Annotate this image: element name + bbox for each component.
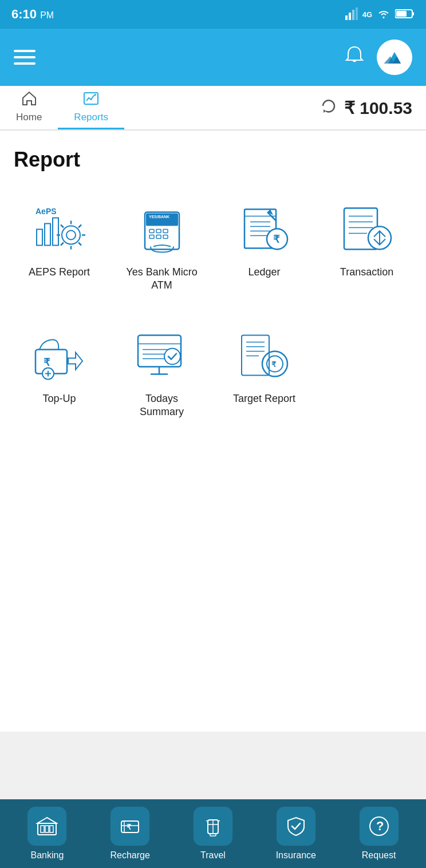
todays-summary-label: Todays Summary (122, 392, 202, 419)
report-item-target-report[interactable]: ₹ Target Report (219, 315, 310, 431)
balance-section: ₹ 100.53 (124, 86, 426, 129)
refresh-balance-icon[interactable] (320, 97, 337, 119)
svg-rect-34 (156, 235, 161, 238)
yes-bank-label: Yes Bank Micro ATM (122, 266, 202, 293)
svg-rect-35 (163, 235, 168, 238)
travel-icon (194, 807, 232, 846)
svg-rect-78 (41, 826, 44, 833)
banking-label: Banking (30, 850, 64, 861)
insurance-icon (277, 807, 315, 846)
svg-marker-77 (37, 818, 57, 823)
tab-reports[interactable]: Reports (58, 86, 124, 129)
svg-marker-0 (345, 15, 348, 20)
svg-line-22 (61, 224, 64, 227)
report-item-aeps[interactable]: AePS AEPS Report (14, 189, 105, 304)
svg-rect-31 (156, 229, 161, 232)
svg-marker-12 (324, 109, 326, 113)
svg-rect-79 (45, 826, 49, 833)
report-item-yes-bank[interactable]: YES/BANK Yes Bank Micro ATM (116, 189, 207, 304)
todays-summary-icon (131, 327, 194, 384)
svg-line-23 (78, 242, 81, 245)
svg-text:₹: ₹ (273, 233, 280, 244)
status-time: 6:10 PM (11, 7, 54, 22)
reports-icon (83, 90, 99, 109)
svg-line-25 (61, 242, 64, 245)
tab-home-label: Home (16, 112, 42, 123)
report-item-todays-summary[interactable]: Todays Summary (116, 315, 207, 431)
svg-text:₹: ₹ (127, 823, 132, 831)
svg-rect-5 (396, 11, 407, 17)
topup-label: Top-Up (42, 392, 76, 405)
ledger-label: Ledger (248, 266, 280, 279)
svg-marker-2 (352, 10, 354, 20)
recharge-icon: ₹ (111, 807, 149, 846)
svg-point-16 (62, 226, 80, 244)
tab-home[interactable]: Home (0, 86, 58, 129)
yes-bank-icon: YES/BANK (131, 200, 194, 258)
travel-label: Travel (200, 850, 226, 861)
app-header (0, 29, 426, 86)
report-item-transaction[interactable]: Transaction (321, 189, 412, 304)
nav-tabs-bar: Home Reports ₹ 100.53 (0, 86, 426, 131)
svg-rect-32 (163, 229, 168, 232)
balance-amount: ₹ 100.53 (344, 98, 412, 118)
svg-rect-88 (210, 834, 216, 836)
svg-rect-30 (149, 229, 154, 232)
svg-text:YES/BANK: YES/BANK (149, 214, 169, 218)
transaction-icon (336, 200, 399, 258)
svg-point-63 (164, 349, 180, 365)
report-grid: AePS AEPS Report YES/BANK (14, 189, 412, 431)
svg-rect-15 (53, 218, 58, 245)
report-item-ledger[interactable]: ₹ Ledger (219, 189, 310, 304)
status-bar: 6:10 PM 4G (0, 0, 426, 29)
header-right (344, 40, 412, 75)
user-avatar[interactable] (377, 40, 412, 75)
recharge-label: Recharge (111, 850, 150, 861)
home-icon (21, 90, 37, 109)
notifications-bell-icon[interactable] (344, 44, 365, 70)
svg-text:AePS: AePS (36, 206, 57, 215)
tab-reports-label: Reports (74, 112, 108, 123)
svg-point-17 (66, 230, 76, 239)
status-icons: 4G (345, 7, 415, 22)
ledger-icon: ₹ (233, 200, 296, 258)
svg-text:₹: ₹ (44, 357, 50, 368)
svg-rect-14 (45, 223, 50, 245)
transaction-label: Transaction (340, 266, 393, 279)
insurance-label: Insurance (276, 850, 316, 861)
svg-text:₹: ₹ (271, 360, 277, 369)
aeps-report-icon: AePS (28, 200, 91, 258)
svg-rect-80 (50, 826, 53, 833)
bottom-nav-travel[interactable]: Travel (172, 807, 255, 861)
main-content: Report (0, 131, 426, 732)
topup-icon: ₹ (28, 327, 91, 384)
svg-line-24 (78, 224, 81, 227)
bottom-nav-insurance[interactable]: Insurance (254, 807, 337, 861)
svg-rect-33 (149, 235, 154, 238)
svg-text:?: ? (376, 819, 384, 833)
battery-icon (395, 9, 415, 21)
report-item-topup[interactable]: ₹ Top-Up (14, 315, 105, 431)
aeps-report-label: AEPS Report (29, 266, 90, 279)
target-report-icon: ₹ (233, 327, 296, 384)
svg-marker-3 (356, 7, 358, 20)
request-label: Request (362, 850, 396, 861)
svg-rect-13 (37, 229, 42, 245)
bottom-nav-recharge[interactable]: ₹ Recharge (89, 807, 172, 861)
signal-icon (345, 7, 358, 22)
banking-icon (27, 807, 66, 846)
request-icon: ? (360, 807, 399, 846)
hamburger-menu[interactable] (14, 50, 36, 65)
bottom-nav: Banking ₹ Recharge Travel (0, 799, 426, 868)
svg-rect-6 (412, 12, 414, 15)
target-report-label: Target Report (233, 392, 295, 405)
bottom-nav-request[interactable]: ? Request (337, 807, 420, 861)
page-title: Report (14, 148, 412, 172)
bottom-nav-banking[interactable]: Banking (6, 807, 89, 861)
network-badge: 4G (362, 10, 372, 19)
svg-marker-1 (349, 13, 351, 20)
wifi-icon (377, 9, 391, 21)
